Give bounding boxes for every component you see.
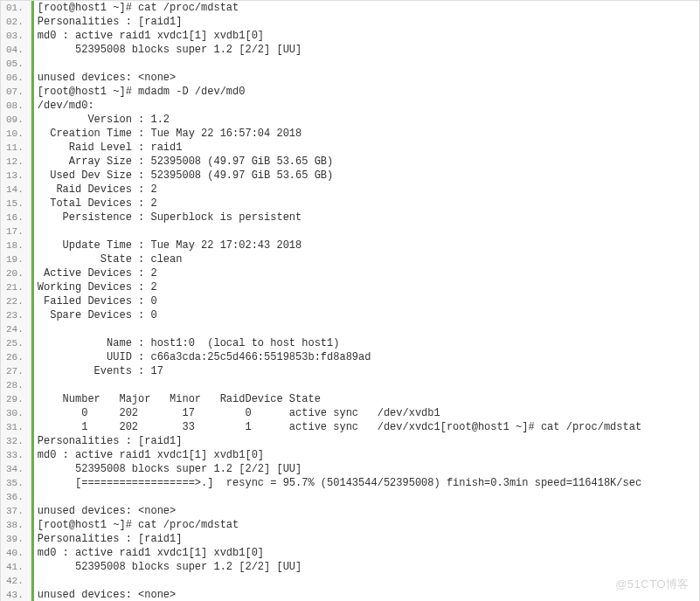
code-line: Number Major Minor RaidDevice State [34, 392, 699, 406]
code-block: 01.02.03.04.05.06.07.08.09.10.11.12.13.1… [0, 0, 700, 601]
code-line: Working Devices : 2 [34, 280, 699, 294]
code-line: Personalities : [raid1] [34, 532, 699, 546]
line-number: 22. [1, 294, 31, 308]
line-number: 24. [1, 322, 31, 336]
line-number: 21. [1, 280, 31, 294]
code-line: Total Devices : 2 [34, 197, 699, 211]
line-number-gutter: 01.02.03.04.05.06.07.08.09.10.11.12.13.1… [1, 1, 31, 601]
code-line: 52395008 blocks super 1.2 [2/2] [UU] [34, 462, 699, 476]
line-number: 36. [1, 490, 31, 504]
code-line: md0 : active raid1 xvdc1[1] xvdb1[0] [34, 546, 699, 560]
line-number: 32. [1, 434, 31, 448]
code-line: unused devices: <none> [34, 71, 699, 85]
line-number: 40. [1, 546, 31, 560]
code-line [34, 225, 699, 238]
code-line: Persistence : Superblock is persistent [34, 211, 699, 225]
line-number: 02. [1, 15, 31, 29]
line-number: 27. [1, 364, 31, 378]
line-number: 08. [1, 99, 31, 113]
line-number: 17. [1, 225, 31, 238]
line-number: 38. [1, 518, 31, 532]
line-number: 30. [1, 406, 31, 420]
code-line: Spare Devices : 0 [34, 308, 699, 322]
line-number: 25. [1, 336, 31, 350]
code-line: 52395008 blocks super 1.2 [2/2] [UU] [34, 560, 699, 574]
code-line: Failed Devices : 0 [34, 294, 699, 308]
code-line: Creation Time : Tue May 22 16:57:04 2018 [34, 127, 699, 141]
code-line: unused devices: <none> [34, 504, 699, 518]
line-number: 07. [1, 85, 31, 99]
line-number: 29. [1, 392, 31, 406]
code-line: Personalities : [raid1] [34, 434, 699, 448]
code-line: Name : host1:0 (local to host host1) [34, 336, 699, 350]
line-number: 34. [1, 462, 31, 476]
code-line: 52395008 blocks super 1.2 [2/2] [UU] [34, 43, 699, 57]
line-number: 06. [1, 71, 31, 85]
code-line: Version : 1.2 [34, 113, 699, 127]
code-content: [root@host1 ~]# cat /proc/mdstatPersonal… [31, 1, 699, 601]
line-number: 20. [1, 266, 31, 280]
code-line: md0 : active raid1 xvdc1[1] xvdb1[0] [34, 448, 699, 462]
line-number: 43. [1, 588, 31, 601]
code-line: 1 202 33 1 active sync /dev/xvdc1[root@h… [34, 420, 699, 434]
line-number: 15. [1, 197, 31, 211]
code-line: Raid Level : raid1 [34, 141, 699, 155]
line-number: 14. [1, 183, 31, 197]
code-line: [root@host1 ~]# mdadm -D /dev/md0 [34, 85, 699, 99]
code-line: Personalities : [raid1] [34, 15, 699, 29]
code-line: [==================>.] resync = 95.7% (5… [34, 476, 699, 490]
code-line: UUID : c66a3cda:25c5d466:5519853b:fd8a89… [34, 350, 699, 364]
line-number: 05. [1, 57, 31, 71]
code-line: Used Dev Size : 52395008 (49.97 GiB 53.6… [34, 169, 699, 183]
code-line [34, 490, 699, 504]
code-line: Events : 17 [34, 364, 699, 378]
line-number: 18. [1, 238, 31, 252]
code-line: Update Time : Tue May 22 17:02:43 2018 [34, 238, 699, 252]
code-line: unused devices: <none> [34, 588, 699, 601]
code-line: Active Devices : 2 [34, 266, 699, 280]
line-number: 16. [1, 211, 31, 225]
code-line: Raid Devices : 2 [34, 183, 699, 197]
code-line: /dev/md0: [34, 99, 699, 113]
line-number: 03. [1, 29, 31, 43]
line-number: 12. [1, 155, 31, 169]
line-number: 37. [1, 504, 31, 518]
line-number: 13. [1, 169, 31, 183]
code-line [34, 57, 699, 71]
line-number: 28. [1, 378, 31, 392]
line-number: 19. [1, 252, 31, 266]
code-line: 0 202 17 0 active sync /dev/xvdb1 [34, 406, 699, 420]
line-number: 09. [1, 113, 31, 127]
line-number: 23. [1, 308, 31, 322]
line-number: 41. [1, 560, 31, 574]
line-number: 39. [1, 532, 31, 546]
code-line: [root@host1 ~]# cat /proc/mdstat [34, 1, 699, 15]
code-line: Array Size : 52395008 (49.97 GiB 53.65 G… [34, 155, 699, 169]
code-line: State : clean [34, 252, 699, 266]
line-number: 31. [1, 420, 31, 434]
code-line: md0 : active raid1 xvdc1[1] xvdb1[0] [34, 29, 699, 43]
code-line [34, 322, 699, 336]
line-number: 42. [1, 574, 31, 588]
line-number: 26. [1, 350, 31, 364]
code-line [34, 574, 699, 588]
line-number: 04. [1, 43, 31, 57]
code-line: [root@host1 ~]# cat /proc/mdstat [34, 518, 699, 532]
line-number: 11. [1, 141, 31, 155]
line-number: 35. [1, 476, 31, 490]
line-number: 33. [1, 448, 31, 462]
line-number: 10. [1, 127, 31, 141]
code-line [34, 378, 699, 392]
line-number: 01. [1, 1, 31, 15]
